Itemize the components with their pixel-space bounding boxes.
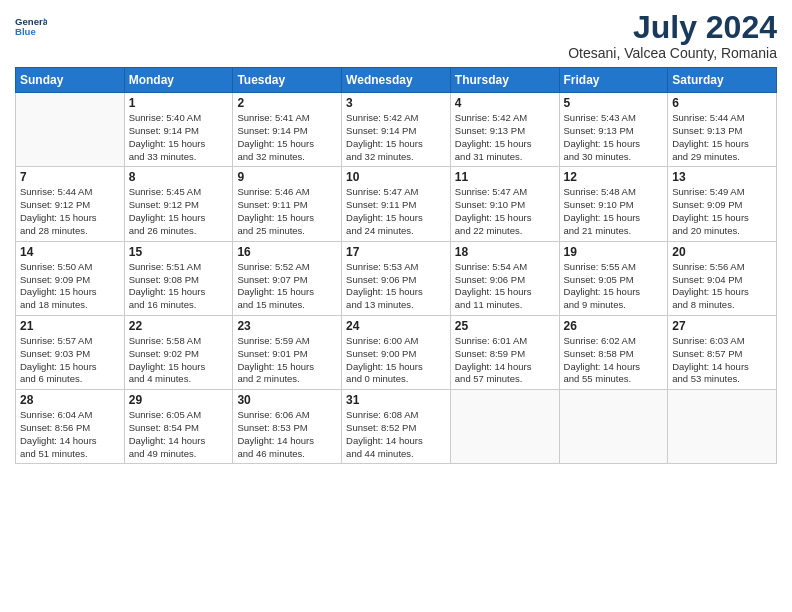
day-number: 26 (564, 319, 664, 333)
logo: General Blue (15, 10, 47, 46)
day-number: 23 (237, 319, 337, 333)
calendar-cell: 1Sunrise: 5:40 AMSunset: 9:14 PMDaylight… (124, 93, 233, 167)
day-number: 21 (20, 319, 120, 333)
day-info: Sunrise: 5:40 AMSunset: 9:14 PMDaylight:… (129, 112, 229, 163)
day-info: Sunrise: 5:48 AMSunset: 9:10 PMDaylight:… (564, 186, 664, 237)
day-number: 30 (237, 393, 337, 407)
calendar-week-row: 28Sunrise: 6:04 AMSunset: 8:56 PMDayligh… (16, 390, 777, 464)
calendar-cell: 19Sunrise: 5:55 AMSunset: 9:05 PMDayligh… (559, 241, 668, 315)
calendar-cell: 20Sunrise: 5:56 AMSunset: 9:04 PMDayligh… (668, 241, 777, 315)
day-number: 20 (672, 245, 772, 259)
day-info: Sunrise: 5:58 AMSunset: 9:02 PMDaylight:… (129, 335, 229, 386)
weekday-header: Tuesday (233, 68, 342, 93)
weekday-header: Sunday (16, 68, 125, 93)
day-number: 25 (455, 319, 555, 333)
calendar-cell: 7Sunrise: 5:44 AMSunset: 9:12 PMDaylight… (16, 167, 125, 241)
svg-text:Blue: Blue (15, 26, 36, 37)
day-number: 10 (346, 170, 446, 184)
day-info: Sunrise: 5:49 AMSunset: 9:09 PMDaylight:… (672, 186, 772, 237)
day-number: 4 (455, 96, 555, 110)
day-number: 7 (20, 170, 120, 184)
day-number: 6 (672, 96, 772, 110)
calendar-cell: 2Sunrise: 5:41 AMSunset: 9:14 PMDaylight… (233, 93, 342, 167)
day-info: Sunrise: 6:05 AMSunset: 8:54 PMDaylight:… (129, 409, 229, 460)
day-info: Sunrise: 6:03 AMSunset: 8:57 PMDaylight:… (672, 335, 772, 386)
calendar-cell: 18Sunrise: 5:54 AMSunset: 9:06 PMDayligh… (450, 241, 559, 315)
calendar-cell: 10Sunrise: 5:47 AMSunset: 9:11 PMDayligh… (342, 167, 451, 241)
calendar-cell: 24Sunrise: 6:00 AMSunset: 9:00 PMDayligh… (342, 315, 451, 389)
weekday-header: Saturday (668, 68, 777, 93)
calendar-cell (668, 390, 777, 464)
calendar-body: 1Sunrise: 5:40 AMSunset: 9:14 PMDaylight… (16, 93, 777, 464)
day-info: Sunrise: 6:08 AMSunset: 8:52 PMDaylight:… (346, 409, 446, 460)
calendar-week-row: 14Sunrise: 5:50 AMSunset: 9:09 PMDayligh… (16, 241, 777, 315)
day-number: 27 (672, 319, 772, 333)
title-block: July 2024 Otesani, Valcea County, Romani… (568, 10, 777, 61)
day-info: Sunrise: 5:50 AMSunset: 9:09 PMDaylight:… (20, 261, 120, 312)
weekday-header: Friday (559, 68, 668, 93)
day-number: 29 (129, 393, 229, 407)
weekday-header: Wednesday (342, 68, 451, 93)
calendar-cell (559, 390, 668, 464)
calendar-week-row: 21Sunrise: 5:57 AMSunset: 9:03 PMDayligh… (16, 315, 777, 389)
calendar-cell: 23Sunrise: 5:59 AMSunset: 9:01 PMDayligh… (233, 315, 342, 389)
calendar-cell: 17Sunrise: 5:53 AMSunset: 9:06 PMDayligh… (342, 241, 451, 315)
day-number: 15 (129, 245, 229, 259)
day-number: 18 (455, 245, 555, 259)
day-number: 8 (129, 170, 229, 184)
day-info: Sunrise: 5:44 AMSunset: 9:13 PMDaylight:… (672, 112, 772, 163)
calendar-cell: 4Sunrise: 5:42 AMSunset: 9:13 PMDaylight… (450, 93, 559, 167)
calendar-cell: 8Sunrise: 5:45 AMSunset: 9:12 PMDaylight… (124, 167, 233, 241)
calendar-cell: 6Sunrise: 5:44 AMSunset: 9:13 PMDaylight… (668, 93, 777, 167)
calendar-cell: 15Sunrise: 5:51 AMSunset: 9:08 PMDayligh… (124, 241, 233, 315)
day-info: Sunrise: 5:53 AMSunset: 9:06 PMDaylight:… (346, 261, 446, 312)
day-info: Sunrise: 5:57 AMSunset: 9:03 PMDaylight:… (20, 335, 120, 386)
day-info: Sunrise: 6:02 AMSunset: 8:58 PMDaylight:… (564, 335, 664, 386)
calendar-cell: 11Sunrise: 5:47 AMSunset: 9:10 PMDayligh… (450, 167, 559, 241)
calendar-cell: 25Sunrise: 6:01 AMSunset: 8:59 PMDayligh… (450, 315, 559, 389)
day-number: 19 (564, 245, 664, 259)
logo-svg: General Blue (15, 10, 47, 46)
calendar-week-row: 1Sunrise: 5:40 AMSunset: 9:14 PMDaylight… (16, 93, 777, 167)
calendar-cell: 9Sunrise: 5:46 AMSunset: 9:11 PMDaylight… (233, 167, 342, 241)
day-info: Sunrise: 5:46 AMSunset: 9:11 PMDaylight:… (237, 186, 337, 237)
day-info: Sunrise: 6:06 AMSunset: 8:53 PMDaylight:… (237, 409, 337, 460)
day-number: 1 (129, 96, 229, 110)
day-info: Sunrise: 6:00 AMSunset: 9:00 PMDaylight:… (346, 335, 446, 386)
day-number: 28 (20, 393, 120, 407)
day-number: 2 (237, 96, 337, 110)
day-number: 13 (672, 170, 772, 184)
calendar-cell: 30Sunrise: 6:06 AMSunset: 8:53 PMDayligh… (233, 390, 342, 464)
day-number: 14 (20, 245, 120, 259)
calendar-cell: 5Sunrise: 5:43 AMSunset: 9:13 PMDaylight… (559, 93, 668, 167)
calendar-cell: 31Sunrise: 6:08 AMSunset: 8:52 PMDayligh… (342, 390, 451, 464)
calendar-week-row: 7Sunrise: 5:44 AMSunset: 9:12 PMDaylight… (16, 167, 777, 241)
day-info: Sunrise: 5:44 AMSunset: 9:12 PMDaylight:… (20, 186, 120, 237)
day-info: Sunrise: 5:59 AMSunset: 9:01 PMDaylight:… (237, 335, 337, 386)
calendar-cell: 13Sunrise: 5:49 AMSunset: 9:09 PMDayligh… (668, 167, 777, 241)
day-info: Sunrise: 6:04 AMSunset: 8:56 PMDaylight:… (20, 409, 120, 460)
calendar-cell: 21Sunrise: 5:57 AMSunset: 9:03 PMDayligh… (16, 315, 125, 389)
calendar-cell: 3Sunrise: 5:42 AMSunset: 9:14 PMDaylight… (342, 93, 451, 167)
day-info: Sunrise: 6:01 AMSunset: 8:59 PMDaylight:… (455, 335, 555, 386)
day-info: Sunrise: 5:47 AMSunset: 9:10 PMDaylight:… (455, 186, 555, 237)
day-number: 16 (237, 245, 337, 259)
day-number: 5 (564, 96, 664, 110)
day-number: 12 (564, 170, 664, 184)
day-number: 3 (346, 96, 446, 110)
calendar-cell: 22Sunrise: 5:58 AMSunset: 9:02 PMDayligh… (124, 315, 233, 389)
calendar-cell: 12Sunrise: 5:48 AMSunset: 9:10 PMDayligh… (559, 167, 668, 241)
calendar-cell: 29Sunrise: 6:05 AMSunset: 8:54 PMDayligh… (124, 390, 233, 464)
weekday-header: Monday (124, 68, 233, 93)
day-info: Sunrise: 5:52 AMSunset: 9:07 PMDaylight:… (237, 261, 337, 312)
calendar-cell (16, 93, 125, 167)
day-number: 11 (455, 170, 555, 184)
header: General Blue July 2024 Otesani, Valcea C… (15, 10, 777, 61)
day-info: Sunrise: 5:47 AMSunset: 9:11 PMDaylight:… (346, 186, 446, 237)
day-info: Sunrise: 5:56 AMSunset: 9:04 PMDaylight:… (672, 261, 772, 312)
day-info: Sunrise: 5:54 AMSunset: 9:06 PMDaylight:… (455, 261, 555, 312)
calendar-cell: 14Sunrise: 5:50 AMSunset: 9:09 PMDayligh… (16, 241, 125, 315)
calendar-cell: 16Sunrise: 5:52 AMSunset: 9:07 PMDayligh… (233, 241, 342, 315)
day-number: 31 (346, 393, 446, 407)
day-info: Sunrise: 5:51 AMSunset: 9:08 PMDaylight:… (129, 261, 229, 312)
